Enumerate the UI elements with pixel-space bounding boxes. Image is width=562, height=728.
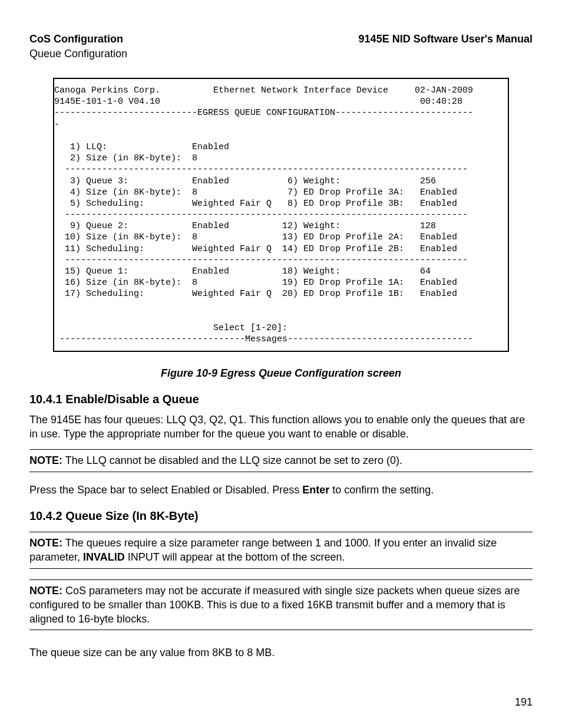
body-paragraph: The queue size can be any value from 8KB…	[29, 645, 533, 660]
section-heading-enable-disable: 10.4.1 Enable/Disable a Queue	[29, 392, 533, 407]
terminal-line: 5) Scheduling: Weighted Fair Q 8) ED Dro…	[54, 198, 508, 209]
note-rule	[29, 579, 533, 580]
note-body: CoS parameters may not be accurate if me…	[29, 585, 520, 625]
page-header: CoS Configuration 9145E NID Software Use…	[29, 32, 533, 46]
terminal-line: -	[54, 119, 508, 130]
header-right: 9145E NID Software User's Manual	[359, 32, 533, 46]
note-rule	[29, 630, 533, 630]
terminal-line: ----------------------------------------…	[54, 209, 508, 220]
terminal-line: 15) Queue 1: Enabled 18) Weight: 64	[54, 266, 508, 277]
note-body: The LLQ cannot be disabled and the LLQ s…	[62, 454, 402, 466]
terminal-line	[54, 311, 508, 322]
terminal-line: 1) LLQ: Enabled	[54, 141, 508, 153]
terminal-line: 17) Scheduling: Weighted Fair Q 20) ED D…	[54, 288, 508, 299]
note-rule	[29, 449, 533, 450]
terminal-line: Canoga Perkins Corp. Ethernet Network In…	[54, 85, 508, 96]
note-text: NOTE: CoS parameters may not be accurate…	[29, 584, 533, 627]
page-number: 191	[29, 696, 533, 709]
terminal-line: ----------------------------------------…	[54, 164, 508, 175]
text-bold: Enter	[302, 484, 329, 496]
note-rule	[29, 568, 533, 569]
body-paragraph: Press the Space bar to select Enabled or…	[29, 483, 533, 497]
body-paragraph: The 9145E has four queues: LLQ Q3, Q2, Q…	[29, 413, 533, 442]
note-body: INPUT will appear at the bottom of the s…	[125, 551, 345, 563]
note-text: NOTE: The queues require a size paramete…	[29, 536, 533, 565]
terminal-line: ---------------------------EGRESS QUEUE …	[54, 107, 508, 118]
note-label: NOTE:	[29, 585, 62, 597]
terminal-line: -----------------------------------Messa…	[54, 334, 508, 345]
note-text: NOTE: The LLQ cannot be disabled and the…	[29, 453, 533, 467]
note-block: NOTE: The queues require a size paramete…	[29, 532, 533, 569]
terminal-screenshot: Canoga Perkins Corp. Ethernet Network In…	[53, 78, 509, 352]
terminal-line: Select [1-20]:	[54, 322, 508, 334]
terminal-line: 4) Size (in 8K-byte): 8 7) ED Drop Profi…	[54, 187, 508, 198]
terminal-line: 9145E-101-1-0 V04.10 00:40:28	[54, 96, 508, 107]
terminal-line: ----------------------------------------…	[54, 255, 508, 266]
terminal-line: 16) Size (in 8K-byte): 8 19) ED Drop Pro…	[54, 277, 508, 288]
terminal-line: 2) Size (in 8K-byte): 8	[54, 153, 508, 164]
note-label: NOTE:	[29, 454, 62, 466]
note-block: NOTE: CoS parameters may not be accurate…	[29, 579, 533, 631]
figure-caption: Figure 10-9 Egress Queue Configuration s…	[29, 367, 533, 380]
note-block: NOTE: The LLQ cannot be disabled and the…	[29, 449, 533, 472]
section-heading-queue-size: 10.4.2 Queue Size (In 8K-Byte)	[29, 509, 533, 523]
text-run: to confirm the setting.	[329, 484, 434, 496]
note-rule	[29, 532, 533, 532]
header-left: CoS Configuration	[29, 32, 123, 46]
header-sub: Queue Configuration	[29, 47, 533, 61]
terminal-line: 10) Size (in 8K-byte): 8 13) ED Drop Pro…	[54, 232, 508, 243]
note-label: NOTE:	[29, 537, 62, 549]
terminal-line: 9) Queue 2: Enabled 12) Weight: 128	[54, 220, 508, 232]
note-rule	[29, 472, 533, 472]
terminal-line	[54, 130, 508, 141]
terminal-line	[54, 300, 508, 311]
text-run: Press the Space bar to select Enabled or…	[29, 484, 302, 496]
terminal-line: 11) Scheduling: Weighted Fair Q 14) ED D…	[54, 243, 508, 255]
terminal-line: 3) Queue 3: Enabled 6) Weight: 256	[54, 176, 508, 187]
text-bold: INVALID	[83, 551, 125, 563]
